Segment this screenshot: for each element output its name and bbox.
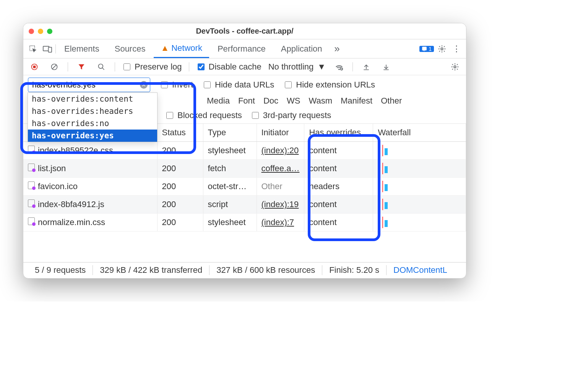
waterfall-bar: [385, 202, 388, 209]
network-settings-icon[interactable]: [448, 60, 461, 73]
type-filter-other[interactable]: Other: [381, 96, 402, 106]
clear-filter-icon[interactable]: ✕: [140, 81, 148, 89]
tab-performance[interactable]: Performance: [211, 39, 273, 58]
throttling-value: No throttling: [268, 62, 314, 72]
cell-overrides: content: [304, 214, 373, 232]
tab-network[interactable]: ▲ Network: [154, 39, 209, 58]
suggestion-item[interactable]: has-overrides:content: [28, 93, 157, 105]
type-filter-manifest[interactable]: Manifest: [341, 96, 372, 106]
cell-initiator[interactable]: (index):20: [257, 142, 304, 160]
cell-type: script: [203, 196, 257, 214]
filter-icon[interactable]: [75, 60, 88, 73]
tab-network-label: Network: [171, 43, 202, 53]
throttling-select[interactable]: No throttling ▼: [268, 62, 326, 72]
type-filter-wasm[interactable]: Wasm: [309, 96, 333, 106]
cell-name: index-8bfa4912.js: [23, 196, 157, 214]
hide-data-urls-label: Hide data URLs: [215, 80, 274, 90]
col-status[interactable]: Status: [157, 124, 203, 142]
hide-data-urls-checkbox[interactable]: Hide data URLs: [202, 80, 274, 90]
cell-initiator[interactable]: coffee.a…: [257, 160, 304, 178]
cell-waterfall: [373, 142, 466, 160]
col-overrides[interactable]: Has overrides: [304, 124, 373, 142]
hide-ext-urls-label: Hide extension URLs: [296, 80, 375, 90]
separator: [352, 62, 353, 71]
devtools-window: DevTools - coffee-cart.app/ Elements Sou…: [23, 23, 466, 279]
search-icon[interactable]: [95, 60, 108, 73]
disable-cache-label: Disable cache: [209, 62, 262, 72]
status-dcl: DOMContentL: [387, 265, 454, 275]
window-title: DevTools - coffee-cart.app/: [23, 27, 466, 36]
more-tabs-icon[interactable]: »: [331, 42, 344, 55]
download-har-icon[interactable]: [380, 60, 393, 73]
record-button[interactable]: [28, 60, 41, 73]
cell-type: fetch: [203, 160, 257, 178]
suggestion-item[interactable]: has-overrides:yes: [28, 130, 157, 142]
table-row[interactable]: list.json200fetchcoffee.a…content: [23, 160, 466, 178]
network-conditions-icon[interactable]: [333, 60, 346, 73]
settings-icon[interactable]: [435, 42, 448, 55]
cell-overrides: content: [304, 196, 373, 214]
file-override-icon: [28, 199, 35, 207]
tab-elements[interactable]: Elements: [57, 39, 106, 58]
svg-point-8: [99, 64, 103, 68]
suggestion-item[interactable]: has-overrides:headers: [28, 105, 157, 117]
filter-input-wrap: ✕ has-overrides:contenthas-overrides:hea…: [28, 78, 150, 92]
filter-suggestions: has-overrides:contenthas-overrides:heade…: [28, 92, 158, 142]
tab-sources[interactable]: Sources: [108, 39, 153, 58]
cell-waterfall: [373, 214, 466, 232]
tab-application[interactable]: Application: [274, 39, 329, 58]
waterfall-timeline-marker: [382, 181, 383, 192]
type-filter-media[interactable]: Media: [207, 96, 230, 106]
preserve-log-checkbox[interactable]: Preserve log: [122, 62, 182, 72]
kebab-menu-icon[interactable]: ⋮: [450, 42, 463, 55]
status-bar: 5 / 9 requests 329 kB / 422 kB transferr…: [23, 262, 466, 278]
cell-initiator[interactable]: Other: [257, 178, 304, 196]
status-resources: 327 kB / 600 kB resources: [210, 265, 322, 275]
table-row[interactable]: favicon.ico200octet-str…Otherheaders: [23, 178, 466, 196]
network-toolbar: Preserve log Disable cache No throttling…: [23, 58, 466, 75]
type-filter-doc[interactable]: Doc: [263, 96, 278, 106]
cell-name: favicon.ico: [23, 178, 157, 196]
svg-point-3: [441, 48, 443, 50]
status-requests: 5 / 9 requests: [28, 265, 93, 275]
col-initiator[interactable]: Initiator: [257, 124, 304, 142]
cell-initiator[interactable]: (index):7: [257, 214, 304, 232]
third-party-checkbox[interactable]: 3rd-party requests: [250, 110, 331, 120]
inspect-icon[interactable]: [26, 42, 39, 55]
waterfall-timeline-marker: [382, 145, 383, 156]
file-override-icon: [28, 146, 35, 153]
file-name: favicon.ico: [38, 182, 78, 191]
separator: [55, 44, 56, 53]
filter-input[interactable]: [31, 79, 140, 91]
table-row[interactable]: index-b859522e.css200stylesheet(index):2…: [23, 142, 466, 160]
svg-rect-5: [33, 65, 36, 68]
table-row[interactable]: index-8bfa4912.js200script(index):19cont…: [23, 196, 466, 214]
status-finish: Finish: 5.20 s: [322, 265, 387, 275]
table-row[interactable]: normalize.min.css200stylesheet(index):7c…: [23, 214, 466, 232]
cell-initiator[interactable]: (index):19: [257, 196, 304, 214]
clear-button[interactable]: [48, 60, 61, 73]
file-override-icon: [28, 217, 35, 225]
blocked-requests-checkbox[interactable]: Blocked requests: [165, 110, 242, 120]
suggestion-item[interactable]: has-overrides:no: [28, 117, 157, 130]
invert-label: Invert: [172, 80, 193, 90]
cell-status: 200: [157, 142, 203, 160]
errors-badge[interactable]: 1: [419, 46, 434, 52]
invert-checkbox[interactable]: Invert: [159, 80, 193, 90]
hide-ext-urls-checkbox[interactable]: Hide extension URLs: [283, 80, 375, 90]
blocked-requests-label: Blocked requests: [177, 110, 242, 120]
type-filter-font[interactable]: Font: [238, 96, 255, 106]
cell-waterfall: [373, 160, 466, 178]
waterfall-bar: [385, 184, 388, 191]
cell-waterfall: [373, 196, 466, 214]
upload-har-icon[interactable]: [360, 60, 373, 73]
type-filter-ws[interactable]: WS: [287, 96, 300, 106]
device-toggle-icon[interactable]: [41, 42, 54, 55]
col-type[interactable]: Type: [203, 124, 257, 142]
col-waterfall[interactable]: Waterfall: [373, 124, 466, 142]
file-name: index-8bfa4912.js: [38, 199, 104, 209]
disable-cache-checkbox[interactable]: Disable cache: [196, 62, 262, 72]
file-name: index-b859522e.css: [38, 146, 113, 155]
warning-icon: ▲: [161, 43, 169, 53]
svg-point-10: [339, 69, 339, 70]
